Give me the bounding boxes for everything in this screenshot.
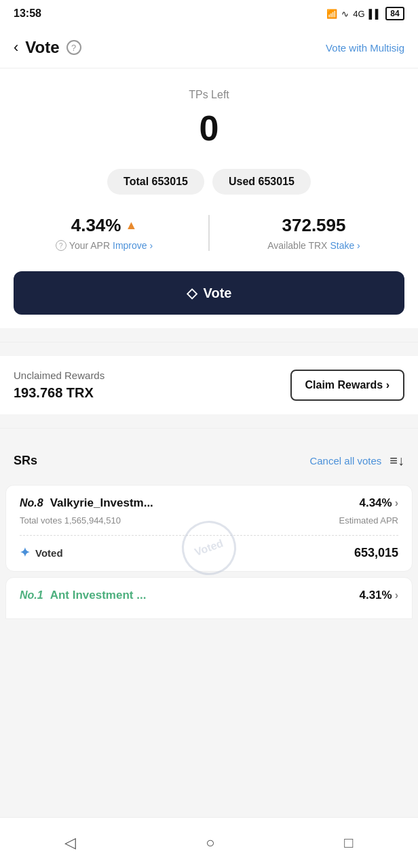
sr-apr-2[interactable]: 4.31% › <box>359 589 398 602</box>
unclaimed-rewards-section: Unclaimed Rewards 193.768 TRX Claim Rewa… <box>0 356 418 414</box>
vote-diamond-icon: ◇ <box>187 285 197 301</box>
sr-card-header-2: No.1 Ant Investment ... 4.31% › <box>20 589 398 602</box>
trx-value: 372.595 <box>223 215 404 236</box>
voted-label-1: ✦ Voted <box>20 545 63 560</box>
nav-back-button[interactable]: ◁ <box>51 829 90 857</box>
vote-button[interactable]: ◇ Vote <box>14 271 404 315</box>
bluetooth-icon: 📶 <box>326 9 337 19</box>
voted-check-icon: ✦ <box>20 545 30 560</box>
srs-actions: Cancel all votes ≡↓ <box>309 453 404 469</box>
status-bar: 13:58 📶 ∿ 4G ▌▌ 84 <box>0 0 418 27</box>
vote-multisig-button[interactable]: Vote with Multisig <box>326 42 404 54</box>
nav-recents-button[interactable]: □ <box>330 829 366 857</box>
sr-votes-label-1: Total votes 1,565,944,510 <box>20 515 121 526</box>
sr-card-sub-1: Total votes 1,565,944,510 Estimated APR <box>20 515 398 526</box>
signal-bars-icon: ▌▌ <box>369 9 381 19</box>
nav-bar: ◁ ○ □ <box>0 817 418 868</box>
section-divider <box>0 342 418 342</box>
total-stat: Total 653015 <box>107 169 204 195</box>
unclaimed-info: Unclaimed Rewards 193.768 TRX <box>14 370 104 401</box>
voted-amount-1: 653,015 <box>354 546 398 560</box>
page-title: Vote <box>25 38 59 57</box>
header-left: ‹ Vote ? <box>14 38 81 57</box>
help-icon[interactable]: ? <box>66 40 81 55</box>
unclaimed-amount: 193.768 TRX <box>14 385 104 401</box>
stats-row: Total 653015 Used 653015 <box>14 169 404 195</box>
sr-name-1: Valkyrie_Investm... <box>50 496 153 510</box>
sr-chevron-1: › <box>395 497 398 509</box>
srs-title: SRs <box>14 454 37 468</box>
sr-name-2: Ant Investment ... <box>50 589 147 602</box>
apr-help-icon[interactable]: ? <box>56 240 66 251</box>
tps-section: TPs Left 0 <box>14 89 404 149</box>
nav-home-button[interactable]: ○ <box>192 829 228 857</box>
unclaimed-label: Unclaimed Rewards <box>14 370 104 381</box>
tps-label: TPs Left <box>14 89 404 101</box>
claim-rewards-button[interactable]: Claim Rewards › <box>290 370 404 401</box>
back-button[interactable]: ‹ <box>14 39 18 56</box>
tps-value: 0 <box>14 108 404 149</box>
vote-button-label: Vote <box>204 285 232 301</box>
improve-link[interactable]: Improve › <box>113 240 153 251</box>
header: ‹ Vote ? Vote with Multisig <box>0 27 418 68</box>
sr-card-2: No.1 Ant Investment ... 4.31% › <box>5 577 413 619</box>
sr-chevron-2: › <box>395 589 398 601</box>
apr-sub: ? Your APR Improve › <box>14 240 195 251</box>
wifi-icon: ∿ <box>341 9 349 19</box>
main-content: TPs Left 0 Total 653015 Used 653015 4.34… <box>0 68 418 328</box>
sr-card-left-1: No.8 Valkyrie_Investm... <box>20 496 153 510</box>
sr-card-1: No.8 Valkyrie_Investm... 4.34% › Total v… <box>5 485 413 572</box>
cancel-all-votes-button[interactable]: Cancel all votes <box>309 455 381 467</box>
apr-up-icon: ▲ <box>125 218 137 233</box>
trx-sub: Available TRX Stake › <box>223 240 404 251</box>
sr-rank-2: No.1 <box>20 589 43 601</box>
signal-icon: 4G <box>353 9 364 19</box>
sr-rank-1: No.8 <box>20 497 43 509</box>
sr-apr-1[interactable]: 4.34% › <box>359 496 398 510</box>
battery-icon: 84 <box>385 7 404 20</box>
sr-card-left-2: No.1 Ant Investment ... <box>20 589 146 602</box>
section-divider-2 <box>0 428 418 429</box>
apr-metric: 4.34% ▲ ? Your APR Improve › <box>14 215 210 251</box>
apr-value: 4.34% ▲ <box>14 215 195 236</box>
used-stat: Used 653015 <box>212 169 311 195</box>
trx-metric: 372.595 Available TRX Stake › <box>210 215 404 251</box>
sr-estimated-1: Estimated APR <box>339 515 398 526</box>
srs-header: SRs Cancel all votes ≡↓ <box>0 442 418 479</box>
sr-card-header-1: No.8 Valkyrie_Investm... 4.34% › <box>20 496 398 510</box>
status-time: 13:58 <box>14 7 41 20</box>
sr-card-footer-1: ✦ Voted Voted 653,015 <box>20 535 398 560</box>
stake-link[interactable]: Stake › <box>330 240 360 251</box>
nav-spacer <box>0 619 418 673</box>
sort-icon[interactable]: ≡↓ <box>390 453 404 469</box>
status-icons: 📶 ∿ 4G ▌▌ 84 <box>326 7 404 20</box>
metrics-row: 4.34% ▲ ? Your APR Improve › 372.595 Ava… <box>14 215 404 251</box>
